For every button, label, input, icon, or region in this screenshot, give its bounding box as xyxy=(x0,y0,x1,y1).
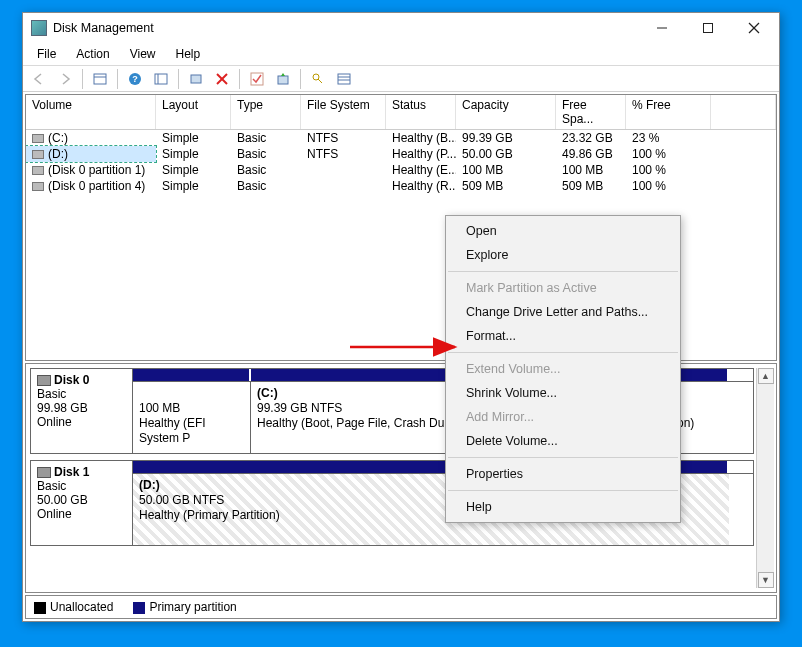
ctx-help[interactable]: Help xyxy=(446,495,680,519)
svg-rect-1 xyxy=(704,24,713,33)
menu-help[interactable]: Help xyxy=(168,45,209,63)
ctx-explore[interactable]: Explore xyxy=(446,243,680,267)
svg-rect-4 xyxy=(94,74,106,84)
volume-row[interactable]: (D:)SimpleBasicNTFSHealthy (P...50.00 GB… xyxy=(26,146,776,162)
window-title: Disk Management xyxy=(53,21,639,35)
ctx-add-mirror: Add Mirror... xyxy=(446,405,680,429)
maximize-button[interactable] xyxy=(685,14,731,42)
legend: Unallocated Primary partition xyxy=(25,595,777,619)
properties-button[interactable] xyxy=(332,68,356,90)
ctx-extend: Extend Volume... xyxy=(446,357,680,381)
scroll-up-button[interactable]: ▲ xyxy=(758,368,774,384)
partition[interactable]: 100 MBHealthy (EFI System P xyxy=(133,382,251,453)
ctx-mark-active: Mark Partition as Active xyxy=(446,276,680,300)
remove-icon[interactable] xyxy=(210,68,234,90)
volume-list-header[interactable]: Volume Layout Type File System Status Ca… xyxy=(26,95,776,130)
col-free[interactable]: Free Spa... xyxy=(556,95,626,129)
toolbar: ? xyxy=(23,66,779,92)
svg-text:?: ? xyxy=(132,74,138,84)
volume-row[interactable]: (Disk 0 partition 4)SimpleBasicHealthy (… xyxy=(26,178,776,194)
menu-bar: File Action View Help xyxy=(23,43,779,65)
rescan-button[interactable] xyxy=(271,68,295,90)
legend-unallocated: Unallocated xyxy=(34,600,113,614)
legend-primary: Primary partition xyxy=(133,600,236,614)
menu-view[interactable]: View xyxy=(122,45,164,63)
check-button[interactable] xyxy=(245,68,269,90)
title-bar[interactable]: Disk Management xyxy=(23,13,779,43)
ctx-shrink[interactable]: Shrink Volume... xyxy=(446,381,680,405)
col-layout[interactable]: Layout xyxy=(156,95,231,129)
help-button[interactable]: ? xyxy=(123,68,147,90)
menu-file[interactable]: File xyxy=(29,45,64,63)
volume-row[interactable]: (C:)SimpleBasicNTFSHealthy (B...99.39 GB… xyxy=(26,130,776,146)
svg-rect-17 xyxy=(338,74,350,84)
col-status[interactable]: Status xyxy=(386,95,456,129)
col-volume[interactable]: Volume xyxy=(26,95,156,129)
show-hide-tree-button[interactable] xyxy=(88,68,112,90)
col-pct[interactable]: % Free xyxy=(626,95,711,129)
col-fs[interactable]: File System xyxy=(301,95,386,129)
ctx-delete[interactable]: Delete Volume... xyxy=(446,429,680,453)
minimize-button[interactable] xyxy=(639,14,685,42)
context-menu: Open Explore Mark Partition as Active Ch… xyxy=(445,215,681,523)
ctx-properties[interactable]: Properties xyxy=(446,462,680,486)
svg-rect-8 xyxy=(155,74,167,84)
back-button[interactable] xyxy=(27,68,51,90)
app-icon xyxy=(31,20,47,36)
svg-rect-13 xyxy=(251,73,263,85)
ctx-change-letter[interactable]: Change Drive Letter and Paths... xyxy=(446,300,680,324)
close-button[interactable] xyxy=(731,14,777,42)
svg-line-16 xyxy=(318,79,322,83)
settings-button[interactable] xyxy=(149,68,173,90)
volume-row[interactable]: (Disk 0 partition 1)SimpleBasicHealthy (… xyxy=(26,162,776,178)
forward-button[interactable] xyxy=(53,68,77,90)
disk-info: Disk 0Basic99.98 GBOnline xyxy=(31,369,133,453)
disk-info: Disk 1Basic50.00 GBOnline xyxy=(31,461,133,545)
actions-button[interactable] xyxy=(306,68,330,90)
menu-action[interactable]: Action xyxy=(68,45,117,63)
refresh-button[interactable] xyxy=(184,68,208,90)
col-type[interactable]: Type xyxy=(231,95,301,129)
vertical-scrollbar[interactable]: ▲ ▼ xyxy=(756,368,774,588)
svg-rect-10 xyxy=(191,75,201,83)
svg-rect-14 xyxy=(278,76,288,84)
ctx-open[interactable]: Open xyxy=(446,219,680,243)
scroll-down-button[interactable]: ▼ xyxy=(758,572,774,588)
ctx-format[interactable]: Format... xyxy=(446,324,680,348)
col-capacity[interactable]: Capacity xyxy=(456,95,556,129)
